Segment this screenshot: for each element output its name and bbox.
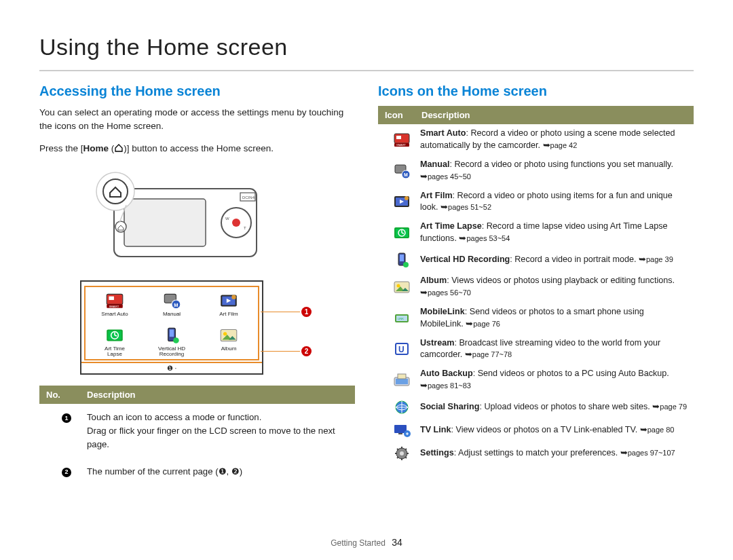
- icon-desc: Art Time Lapse: Record a time lapse vide…: [420, 221, 688, 245]
- svg-point-73: [400, 451, 404, 455]
- vertical-hd-icon: [161, 326, 183, 345]
- svg-rect-13: [109, 296, 114, 299]
- art-film-icon: [218, 291, 240, 310]
- callout-2: 2: [301, 346, 312, 356]
- legend-number: 2: [62, 468, 71, 477]
- legend-row: 2The number of the current page (❶, ❷): [39, 458, 355, 485]
- svg-text:SMART: SMART: [109, 304, 119, 307]
- legend-text: The number of the current page (❶, ❷): [87, 465, 348, 479]
- home-item-label: Album: [204, 346, 254, 358]
- legend-header-no: No.: [46, 390, 87, 400]
- section-heading-accessing: Accessing the Home screen: [39, 83, 355, 99]
- svg-rect-65: [398, 374, 406, 379]
- home-item-art-time-lapse[interactable]: Art TimeLapse: [90, 326, 140, 358]
- home-icon: [114, 143, 124, 151]
- left-column: Accessing the Home screen You can select…: [39, 83, 355, 485]
- icon-desc: Settings: Adjust settings to match your …: [420, 447, 688, 460]
- auto-backup-icon: [383, 372, 420, 388]
- icon-desc: Auto Backup: Send videos or photos to a …: [420, 368, 688, 392]
- press-home-instruction: Press the [Home ()] button to access the…: [39, 142, 355, 155]
- pager-dots: ❶ ·: [81, 362, 262, 372]
- home-item-smart-auto[interactable]: SMARTSmart Auto: [90, 291, 140, 323]
- home-item-album[interactable]: Album: [204, 326, 254, 358]
- album-icon: [218, 326, 240, 345]
- right-column: Icons on the Home screen Icon Descriptio…: [378, 83, 694, 485]
- page-footer: Getting Started 34: [0, 537, 733, 548]
- art-film-icon: [383, 193, 420, 210]
- icon-header-desc: Description: [421, 110, 470, 120]
- vertical-hd-icon: [383, 252, 420, 268]
- icon-row-art-time-lapse: Art Time Lapse: Record a time lapse vide…: [378, 217, 694, 248]
- art-time-lapse-icon: [104, 326, 126, 345]
- album-icon: [383, 279, 420, 295]
- svg-text:M: M: [174, 301, 178, 307]
- icon-row-smart-auto: SMARTSmart Auto: Record a video or photo…: [378, 124, 694, 155]
- icon-row-ustream: UUstream: Broadcast live streaming video…: [378, 334, 694, 365]
- camcorder-diagram: W T DCIN4: [67, 165, 324, 274]
- icon-desc: Album: Views videos or photos using play…: [420, 275, 688, 299]
- svg-point-30: [173, 337, 179, 343]
- page-reference-icon: ➥: [420, 172, 428, 181]
- icon-row-mobilelink: LINKMobileLink: Send videos or photos to…: [378, 303, 694, 334]
- icon-desc: Vertical HD Recording: Record a video in…: [420, 254, 688, 266]
- home-item-label: Smart Auto: [90, 312, 140, 323]
- svg-rect-29: [170, 329, 174, 337]
- icon-desc: Art Film: Record a video or photo using …: [420, 190, 688, 214]
- home-item-label: Manual: [147, 312, 197, 323]
- svg-point-8: [115, 221, 126, 232]
- svg-line-81: [397, 457, 398, 458]
- icon-row-manual: MManual: Record a video or photo using f…: [378, 155, 694, 187]
- page-reference-icon: ➥: [543, 141, 550, 150]
- page-reference-icon: ➥: [466, 319, 473, 329]
- svg-line-27: [115, 335, 117, 336]
- icon-row-tv-link: TV Link: View videos or photos on a TV L…: [378, 419, 694, 442]
- icon-row-settings: Settings: Adjust settings to match your …: [378, 442, 694, 465]
- tv-link-icon: [383, 422, 420, 438]
- icon-desc: MobileLink: Send videos or photos to a s…: [420, 306, 688, 331]
- svg-point-22: [231, 295, 236, 299]
- home-item-label: Art TimeLapse: [90, 346, 140, 358]
- home-item-label: Vertical HDRecording: [147, 346, 197, 358]
- icon-row-social-sharing: Social Sharing: Upload videos or photos …: [378, 396, 694, 419]
- icon-row-art-film: Art Film: Record a video or photo using …: [378, 187, 694, 218]
- icon-row-album: Album: Views videos or photos using play…: [378, 272, 694, 303]
- page-reference-icon: ➥: [420, 288, 428, 297]
- page-reference-icon: ➥: [620, 448, 628, 458]
- svg-point-3: [232, 219, 240, 227]
- intro-text: You can select an operating mode or acce…: [39, 106, 355, 132]
- page-reference-icon: ➥: [420, 381, 428, 390]
- legend-row: 1Touch an icon to access a mode or funct…: [39, 404, 355, 458]
- svg-line-79: [405, 457, 407, 458]
- svg-text:U: U: [398, 345, 405, 354]
- svg-rect-64: [396, 379, 408, 384]
- icon-desc: Manual: Record a video or photo using fu…: [420, 159, 688, 183]
- svg-line-78: [397, 449, 398, 450]
- page-reference-icon: ➥: [640, 425, 647, 434]
- svg-point-53: [403, 262, 409, 267]
- home-item-manual[interactable]: MManual: [147, 291, 197, 323]
- title-divider: [39, 70, 694, 71]
- icon-desc: Smart Auto: Record a video or photo usin…: [420, 128, 688, 152]
- svg-rect-1: [124, 199, 206, 246]
- social-sharing-icon: [383, 399, 420, 415]
- icon-row-vertical-hd: Vertical HD Recording: Record a video in…: [378, 248, 694, 272]
- svg-point-10: [103, 179, 128, 204]
- ustream-icon: U: [383, 341, 420, 357]
- svg-text:M: M: [404, 172, 408, 177]
- legend-header-desc: Description: [87, 390, 136, 400]
- smart-auto-icon: SMART: [383, 132, 420, 148]
- settings-icon: [383, 445, 420, 462]
- legend-number: 1: [62, 413, 71, 423]
- icon-row-auto-backup: Auto Backup: Send videos or photos to a …: [378, 365, 694, 396]
- art-time-lapse-icon: [383, 225, 420, 241]
- lcd-home-screen: SMARTSmart AutoMManualArt FilmArt TimeLa…: [80, 280, 324, 375]
- home-item-art-film[interactable]: Art Film: [204, 291, 254, 323]
- page-reference-icon: ➥: [639, 255, 646, 264]
- svg-text:DCIN4: DCIN4: [242, 195, 255, 200]
- legend-text: Touch an icon to access a mode or functi…: [87, 411, 348, 451]
- page-reference-icon: ➥: [440, 202, 448, 212]
- page-reference-icon: ➥: [652, 402, 660, 411]
- svg-rect-36: [396, 136, 401, 139]
- page-reference-icon: ➥: [459, 234, 466, 243]
- home-item-vertical-hd[interactable]: Vertical HDRecording: [147, 326, 197, 358]
